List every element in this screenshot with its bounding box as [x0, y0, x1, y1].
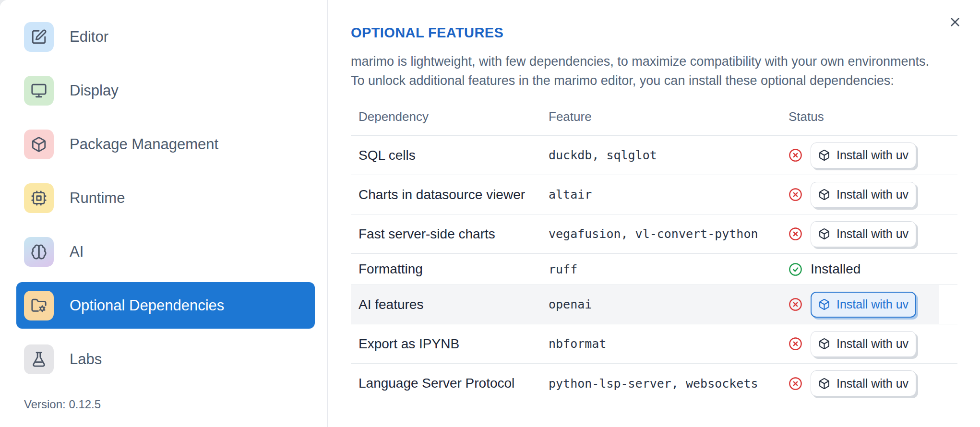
dependency-cell: Fast server-side charts [351, 226, 549, 242]
table-row-export-ipynb: Export as IPYNB nbformat Install with uv [351, 324, 957, 364]
sidebar-item-display[interactable]: Display [16, 67, 315, 114]
sidebar-item-label: Optional Dependencies [70, 297, 224, 314]
description-line-2: To unlock additional features in the mar… [351, 71, 957, 90]
package-icon [31, 136, 47, 153]
page-title: OPTIONAL FEATURES [351, 24, 957, 41]
table-row-language-server-protocol: Language Server Protocol python-lsp-serv… [351, 364, 957, 403]
sidebar-item-label: Display [70, 82, 119, 99]
sidebar-item-editor[interactable]: Editor [16, 13, 315, 60]
install-button-label: Install with uv [837, 377, 908, 391]
table-row-fast-server-side-charts: Fast server-side charts vegafusion, vl-c… [351, 214, 957, 254]
install-button-label: Install with uv [837, 227, 908, 241]
package-icon [818, 189, 830, 201]
cpu-icon [31, 190, 47, 206]
install-button-label: Install with uv [837, 297, 908, 311]
settings-nav: Editor Display [0, 0, 327, 382]
install-with-uv-button[interactable]: Install with uv [811, 182, 916, 208]
version-label: Version: 0.12.5 [24, 398, 101, 411]
status-cell: Install with uv [789, 221, 939, 247]
folder-gear-icon [31, 297, 47, 314]
dependency-cell: AI features [351, 297, 549, 312]
sidebar-item-package-management[interactable]: Package Management [16, 121, 315, 167]
sidebar-item-icon-box [24, 130, 54, 159]
install-with-uv-button[interactable]: Install with uv [811, 370, 916, 396]
column-header-status: Status [789, 109, 939, 124]
feature-cell: vegafusion, vl-convert-python [549, 227, 789, 241]
optional-features-panel: OPTIONAL FEATURES marimo is lightweight,… [328, 0, 980, 427]
column-header-feature: Feature [549, 109, 789, 124]
column-header-dependency: Dependency [351, 109, 549, 124]
sidebar-item-labs[interactable]: Labs [16, 336, 315, 382]
dependencies-table: Dependency Feature Status SQL cells duck… [351, 98, 957, 403]
table-row-sql-cells: SQL cells duckdb, sqlglot Install with u… [351, 136, 957, 175]
package-icon [818, 378, 830, 390]
dependency-cell: Formatting [351, 261, 549, 277]
settings-sidebar: Editor Display [0, 0, 328, 427]
close-button[interactable] [944, 12, 966, 33]
package-icon [818, 228, 830, 240]
install-with-uv-button[interactable]: Install with uv [811, 331, 916, 357]
status-cell: Install with uv [789, 370, 939, 396]
install-with-uv-button[interactable]: Install with uv [811, 221, 916, 247]
circle-x-icon [789, 377, 802, 391]
sidebar-item-label: Runtime [70, 190, 125, 207]
feature-cell: nbformat [549, 337, 789, 351]
settings-dialog: Editor Display [0, 0, 980, 427]
package-icon [818, 298, 830, 310]
status-missing: Install with uv [789, 221, 916, 247]
status-missing: Install with uv [789, 331, 916, 357]
installed-label: Installed [811, 261, 860, 277]
install-button-label: Install with uv [837, 337, 908, 351]
dependency-cell: SQL cells [351, 148, 549, 163]
feature-cell: ruff [549, 262, 789, 276]
table-row-ai-features: AI features openai Install with uv [351, 285, 957, 324]
table-header-row: Dependency Feature Status [351, 98, 957, 136]
circle-x-icon [789, 297, 802, 311]
circle-x-icon [789, 148, 802, 162]
sidebar-item-ai[interactable]: AI [16, 228, 315, 275]
dependency-cell: Language Server Protocol [351, 376, 549, 391]
feature-cell: altair [549, 188, 789, 202]
monitor-icon [31, 83, 47, 99]
feature-cell: duckdb, sqlglot [549, 148, 789, 162]
status-missing: Install with uv [789, 182, 916, 208]
sidebar-item-runtime[interactable]: Runtime [16, 175, 315, 221]
sidebar-item-optional-dependencies[interactable]: Optional Dependencies [16, 282, 315, 329]
circle-x-icon [789, 337, 802, 351]
status-missing: Install with uv [789, 142, 916, 168]
table-row-charts-datasource-viewer: Charts in datasource viewer altair Insta… [351, 175, 957, 214]
sidebar-item-label: Package Management [70, 136, 218, 153]
sidebar-item-label: AI [70, 243, 84, 261]
dependency-cell: Charts in datasource viewer [351, 187, 549, 202]
close-icon [948, 15, 962, 29]
feature-cell: openai [549, 297, 789, 311]
description-line-1: marimo is lightweight, with few dependen… [351, 52, 957, 71]
sidebar-item-icon-box [24, 183, 54, 213]
sidebar-item-label: Editor [70, 28, 108, 46]
circle-x-icon [789, 227, 802, 241]
status-installed: Installed [789, 261, 860, 277]
status-cell: Install with uv [789, 331, 939, 357]
flask-icon [31, 351, 47, 368]
install-with-uv-button[interactable]: Install with uv [811, 142, 916, 168]
package-icon [818, 338, 830, 350]
table-row-formatting: Formatting ruff [351, 254, 957, 285]
status-cell: Install with uv [789, 142, 939, 168]
status-cell: Installed [789, 261, 939, 277]
edit-pencil-icon [31, 29, 47, 45]
panel-description: marimo is lightweight, with few dependen… [351, 52, 957, 90]
install-button-label: Install with uv [837, 188, 908, 202]
sidebar-item-icon-box [24, 22, 54, 52]
status-cell: Install with uv [789, 292, 939, 318]
sidebar-item-label: Labs [70, 351, 102, 368]
circle-check-icon [789, 262, 802, 276]
status-cell: Install with uv [789, 182, 939, 208]
package-icon [818, 149, 830, 161]
install-with-uv-button[interactable]: Install with uv [811, 292, 916, 318]
status-missing: Install with uv [789, 370, 916, 396]
status-missing: Install with uv [789, 292, 916, 318]
sidebar-item-icon-box [24, 291, 54, 320]
brain-icon [31, 244, 47, 260]
sidebar-item-icon-box [24, 237, 54, 267]
dependency-cell: Export as IPYNB [351, 336, 549, 352]
